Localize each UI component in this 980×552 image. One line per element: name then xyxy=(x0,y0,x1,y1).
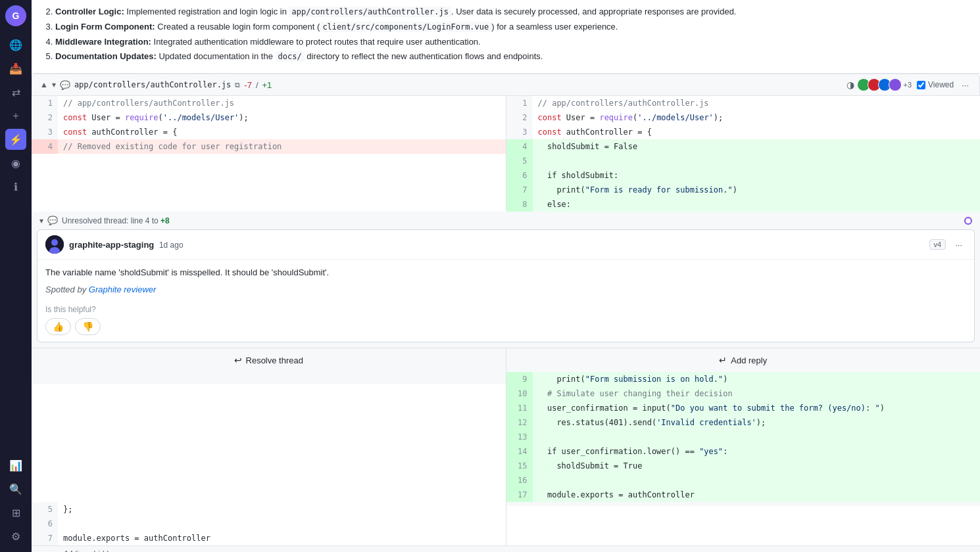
viewed-checkbox[interactable]: Viewed xyxy=(917,80,954,89)
right-linecontent-9: print("Form submission is on hold.") xyxy=(533,372,981,386)
main-content: Controller Logic: Implemented registrati… xyxy=(32,0,980,552)
sidebar-icon-add[interactable]: ＋ xyxy=(5,105,26,126)
sidebar: G 🌐 📥 ⇄ ＋ ⚡ ◉ ℹ 📊 🔍 ⊞ ⚙ xyxy=(0,0,32,552)
reviewer-link[interactable]: Graphite reviewer xyxy=(89,285,157,294)
add-reply-icon: ↵ xyxy=(719,355,727,365)
right-linenum-2: 2 xyxy=(506,110,533,125)
left-row-3: 3 const authController = { xyxy=(32,125,506,139)
thumbs-up-icon: 👍 xyxy=(53,321,64,332)
expand-down-arrow: ▼ xyxy=(122,549,131,552)
left-row-5: 5 }; xyxy=(32,502,506,517)
right-linenum-12: 12 xyxy=(506,415,533,430)
left-linenum-7: 7 xyxy=(32,531,58,545)
comment-version: v4 xyxy=(929,239,946,250)
file-diff-area: ▲ ▾ 💬 app/controllers/authController.js … xyxy=(32,74,980,552)
thread-plus-lines: +8 xyxy=(160,216,170,225)
left-linecontent-4: // Removed existing code for user regist… xyxy=(58,139,506,154)
right-row-9: 9 print("Form submission is on hold.") xyxy=(506,372,981,386)
add-reply-label: Add reply xyxy=(731,356,767,365)
sidebar-icon-globe[interactable]: 🌐 xyxy=(5,34,26,55)
helpful-section: Is this helpful? 👍 👎 xyxy=(37,302,974,342)
right-linenum-11: 11 xyxy=(506,401,533,415)
left-linecontent-7: module.exports = authController xyxy=(58,531,506,545)
avatar-4 xyxy=(889,78,902,91)
left-linenum-6: 6 xyxy=(32,517,58,531)
sidebar-logo[interactable]: G xyxy=(5,5,26,26)
left-row-4: 4 // Removed existing code for user regi… xyxy=(32,139,506,154)
thread-actions: ↩ Resolve thread ↵ Add reply xyxy=(32,348,980,372)
left-row-7: 7 module.exports = authController xyxy=(32,531,506,545)
sidebar-icon-settings[interactable]: ⚙ xyxy=(5,526,26,547)
comment-more-icon[interactable]: ··· xyxy=(951,239,966,251)
right-row-11: 11 user_confirmation = input("Do you wan… xyxy=(506,401,981,415)
copy-icon[interactable]: ⧉ xyxy=(235,81,240,89)
right-linenum-10: 10 xyxy=(506,386,533,401)
right-linenum-8: 8 xyxy=(506,197,533,212)
file-header-left: ▲ ▾ 💬 app/controllers/authController.js … xyxy=(40,80,841,90)
avatar-svg xyxy=(45,235,64,254)
right-linecontent-3: const authController = { xyxy=(533,125,981,139)
viewed-check[interactable] xyxy=(917,81,925,89)
thumbs-down-icon: 👎 xyxy=(82,321,93,332)
right-linecontent-8: else: xyxy=(533,197,981,212)
right-empty-7 xyxy=(506,505,981,506)
thread-section: ▾ 💬 Unresolved thread: line 4 to +8 xyxy=(32,212,980,372)
sidebar-icon-chart[interactable]: 📊 xyxy=(5,455,26,476)
split-right-top: 1 // app/controllers/authController.js 2… xyxy=(506,96,981,212)
comment-time: 1d ago xyxy=(159,241,184,250)
sidebar-icon-info[interactable]: ℹ xyxy=(5,176,26,197)
left-linenum-4: 4 xyxy=(32,139,58,154)
right-linecontent-13 xyxy=(533,430,981,444)
contrast-icon[interactable]: ◑ xyxy=(846,80,854,90)
left-row-1: 1 // app/controllers/authController.js xyxy=(32,96,506,110)
left-linecontent-6 xyxy=(58,517,506,531)
avatar-group: +3 xyxy=(860,78,912,91)
comment-text: The variable name 'sholdSubmit' is missp… xyxy=(45,266,966,279)
left-linenum-1: 1 xyxy=(32,96,58,110)
left-linecontent-1: // app/controllers/authController.js xyxy=(58,96,506,110)
right-linecontent-12: res.status(401).send('Invalid credential… xyxy=(533,415,981,430)
summary-item-5: Documentation Updates: Updated documenta… xyxy=(55,50,969,64)
right-linecontent-4: sholdSubmit = False xyxy=(533,139,981,154)
resolve-thread-label: Resolve thread xyxy=(246,356,303,365)
add-reply-button[interactable]: ↵ Add reply xyxy=(506,348,981,372)
left-linenum-5: 5 xyxy=(32,502,58,517)
right-linecontent-16 xyxy=(533,473,981,488)
sidebar-icon-eye[interactable]: ◉ xyxy=(5,152,26,173)
right-linenum-6: 6 xyxy=(506,168,533,183)
collapse-icon[interactable]: ▲ xyxy=(40,80,48,89)
right-linenum-5: 5 xyxy=(506,154,533,168)
right-row-1: 1 // app/controllers/authController.js xyxy=(506,96,981,110)
right-linecontent-5 xyxy=(533,154,981,168)
thread-status-text: Unresolved thread: line 4 to xyxy=(62,216,159,225)
spotted-by-label: Spotted by xyxy=(45,285,89,294)
right-row-16: 16 xyxy=(506,473,981,488)
right-linenum-1: 1 xyxy=(506,96,533,110)
left-empty-17 xyxy=(32,382,506,384)
right-row-8: 8 else: xyxy=(506,197,981,212)
sidebar-icon-search[interactable]: 🔍 xyxy=(5,478,26,499)
thread-collapse-icon[interactable]: ▾ xyxy=(39,216,43,225)
thumbs-down-button[interactable]: 👎 xyxy=(75,318,101,335)
svg-point-1 xyxy=(51,239,58,246)
right-row-14: 14 if user_confirmation.lower() == "yes"… xyxy=(506,444,981,459)
sidebar-icon-lightning[interactable]: ⚡ xyxy=(5,129,26,150)
sidebar-icon-merge[interactable]: ⇄ xyxy=(5,81,26,103)
more-options-icon[interactable]: ··· xyxy=(959,79,971,91)
resolve-thread-button[interactable]: ↩ Resolve thread xyxy=(32,348,506,372)
sidebar-icon-grid[interactable]: ⊞ xyxy=(5,502,26,523)
thumbs-up-button[interactable]: 👍 xyxy=(45,318,71,335)
right-row-2: 2 const User = require('../models/User')… xyxy=(506,110,981,125)
right-linecontent-14: if user_confirmation.lower() == "yes": xyxy=(533,444,981,459)
resolve-dot-icon[interactable] xyxy=(964,217,972,225)
hidden-lines-indicator[interactable]: ▲ 14 lines hidden ▼ xyxy=(32,545,980,552)
avatar-count: +3 xyxy=(903,81,912,89)
spotted-by-text: Spotted by Graphite reviewer xyxy=(45,283,966,296)
right-linenum-empty-7 xyxy=(506,505,533,506)
right-linecontent-10: # Simulate user changing their decision xyxy=(533,386,981,401)
expand-icon[interactable]: ▾ xyxy=(52,80,56,89)
right-linecontent-6: if sholdSubmit: xyxy=(533,168,981,183)
right-linecontent-1: // app/controllers/authController.js xyxy=(533,96,981,110)
sidebar-icon-inbox[interactable]: 📥 xyxy=(5,58,26,79)
right-linenum-13: 13 xyxy=(506,430,533,444)
